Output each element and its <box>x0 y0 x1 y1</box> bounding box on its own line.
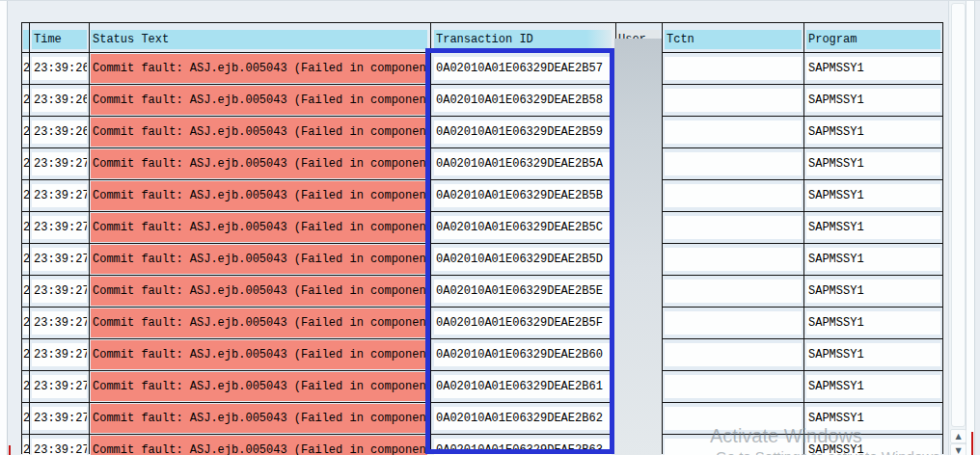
grid-vline <box>29 23 30 454</box>
time-cell[interactable]: 23:39:27 <box>32 375 87 398</box>
time-cell[interactable]: 23:39:27 <box>32 311 87 335</box>
table-body: 2 23:39:26 Commit fault: ASJ.ejb.005043 … <box>21 53 943 455</box>
table-row: 2 23:39:27 Commit fault: ASJ.ejb.005043 … <box>21 212 943 244</box>
table-row: 2 23:39:27 Commit fault: ASJ.ejb.005043 … <box>21 148 943 180</box>
red-edge-mark <box>971 432 973 455</box>
user-column-overlay <box>614 39 662 455</box>
time-cell[interactable]: 23:39:27 <box>32 248 87 271</box>
grid-vline <box>21 23 22 454</box>
tctn-cell[interactable] <box>665 375 802 398</box>
status-text-cell[interactable]: Commit fault: ASJ.ejb.005043 (Failed in … <box>91 436 427 455</box>
time-cell[interactable]: 23:39:27 <box>32 216 87 239</box>
program-cell[interactable]: SAPMSSY1 <box>806 248 940 271</box>
program-cell[interactable]: SAPMSSY1 <box>806 280 940 303</box>
status-text-cell[interactable]: Commit fault: ASJ.ejb.005043 (Failed in … <box>91 372 427 401</box>
program-cell[interactable]: SAPMSSY1 <box>806 89 940 112</box>
window-right-gutter <box>966 1 975 455</box>
program-cell[interactable]: SAPMSSY1 <box>806 57 940 80</box>
time-cell[interactable]: 23:39:26 <box>32 89 87 112</box>
transaction-id-cell[interactable]: 0A02010A01E06329DEAE2B5C <box>434 216 612 239</box>
transaction-id-cell[interactable]: 0A02010A01E06329DEAE2B60 <box>434 343 612 366</box>
scrollbar-thumb[interactable] <box>951 3 966 427</box>
program-cell[interactable]: SAPMSSY1 <box>806 375 940 398</box>
col-header-transaction-id[interactable]: Transaction ID <box>434 30 612 49</box>
col-header-tctn[interactable]: Tctn <box>665 30 802 49</box>
grid-vline <box>89 23 90 454</box>
program-cell[interactable]: SAPMSSY1 <box>806 216 940 239</box>
time-cell[interactable]: 23:39:27 <box>32 280 87 303</box>
table-row: 2 23:39:27 Commit fault: ASJ.ejb.005043 … <box>21 244 943 276</box>
col-header-time[interactable]: Time <box>32 30 87 49</box>
tctn-cell[interactable] <box>665 216 802 239</box>
tctn-cell[interactable] <box>665 120 802 144</box>
transaction-id-cell[interactable]: 0A02010A01E06329DEAE2B62 <box>434 407 612 430</box>
transaction-id-cell[interactable]: 0A02010A01E06329DEAE2B61 <box>434 375 612 398</box>
col-header-program[interactable]: Program <box>806 30 940 49</box>
transaction-id-cell[interactable]: 0A02010A01E06329DEAE2B5E <box>434 280 612 303</box>
program-cell[interactable]: SAPMSSY1 <box>806 120 940 144</box>
grid-vline <box>803 23 804 454</box>
program-cell[interactable]: SAPMSSY1 <box>806 343 940 366</box>
table-row: 2 23:39:27 Commit fault: ASJ.ejb.005043 … <box>21 276 943 308</box>
grid-vline <box>662 23 663 454</box>
table-row: 2 23:39:27 Commit fault: ASJ.ejb.005043 … <box>21 180 943 212</box>
status-text-cell[interactable]: Commit fault: ASJ.ejb.005043 (Failed in … <box>91 245 427 274</box>
program-cell[interactable]: SAPMSSY1 <box>806 311 940 335</box>
table-row: 2 23:39:26 Commit fault: ASJ.ejb.005043 … <box>21 85 943 117</box>
time-cell[interactable]: 23:39:27 <box>32 407 87 430</box>
transaction-id-cell[interactable]: 0A02010A01E06329DEAE2B58 <box>434 89 612 112</box>
status-text-cell[interactable]: Commit fault: ASJ.ejb.005043 (Failed in … <box>91 118 427 147</box>
status-text-cell[interactable]: Commit fault: ASJ.ejb.005043 (Failed in … <box>91 54 427 83</box>
table-row: 2 23:39:26 Commit fault: ASJ.ejb.005043 … <box>21 53 943 85</box>
status-text-cell[interactable]: Commit fault: ASJ.ejb.005043 (Failed in … <box>91 181 427 210</box>
tctn-cell[interactable] <box>665 311 802 335</box>
table-row: 2 23:39:27 Commit fault: ASJ.ejb.005043 … <box>21 371 943 403</box>
tctn-cell[interactable] <box>665 152 802 175</box>
time-cell[interactable]: 23:39:27 <box>32 152 87 175</box>
tctn-cell[interactable] <box>665 184 802 207</box>
tctn-cell[interactable] <box>665 343 802 366</box>
transaction-id-cell[interactable]: 0A02010A01E06329DEAE2B63 <box>434 439 612 455</box>
glare-overlay <box>586 23 615 52</box>
window-left-edge <box>0 1 8 455</box>
log-table: Time Status Text Transaction ID User Tct… <box>21 22 943 454</box>
status-text-cell[interactable]: Commit fault: ASJ.ejb.005043 (Failed in … <box>91 277 427 306</box>
transaction-id-cell[interactable]: 0A02010A01E06329DEAE2B59 <box>434 120 612 144</box>
time-cell[interactable]: 23:39:26 <box>32 120 87 144</box>
tctn-cell[interactable] <box>665 89 802 112</box>
transaction-id-cell[interactable]: 0A02010A01E06329DEAE2B5A <box>434 152 612 175</box>
transaction-id-cell[interactable]: 0A02010A01E06329DEAE2B5F <box>434 311 612 335</box>
table-row: 2 23:39:27 Commit fault: ASJ.ejb.005043 … <box>21 308 943 339</box>
time-cell[interactable]: 23:39:26 <box>32 57 87 80</box>
red-edge-mark <box>9 445 11 455</box>
program-cell[interactable]: SAPMSSY1 <box>806 152 940 175</box>
transaction-id-cell[interactable]: 0A02010A01E06329DEAE2B5B <box>434 184 612 207</box>
transaction-id-cell[interactable]: 0A02010A01E06329DEAE2B5D <box>434 248 612 271</box>
status-text-cell[interactable]: Commit fault: ASJ.ejb.005043 (Failed in … <box>91 149 427 178</box>
status-text-cell[interactable]: Commit fault: ASJ.ejb.005043 (Failed in … <box>91 404 427 433</box>
status-text-cell[interactable]: Commit fault: ASJ.ejb.005043 (Failed in … <box>91 308 427 337</box>
grid-vline <box>942 23 943 454</box>
time-cell[interactable]: 23:39:27 <box>32 343 87 366</box>
status-text-cell[interactable]: Commit fault: ASJ.ejb.005043 (Failed in … <box>91 213 427 242</box>
time-cell[interactable]: 23:39:27 <box>32 184 87 207</box>
scroll-down-icon[interactable]: ▼ <box>950 443 966 455</box>
tctn-cell[interactable] <box>665 57 802 80</box>
sap-log-grid-view: Time Status Text Transaction ID User Tct… <box>0 0 980 455</box>
time-cell[interactable]: 23:39:27 <box>32 439 87 455</box>
vertical-scrollbar[interactable]: ▲ ▼ <box>948 1 966 455</box>
table-row: 2 23:39:26 Commit fault: ASJ.ejb.005043 … <box>21 117 943 148</box>
table-header-row: Time Status Text Transaction ID User Tct… <box>21 23 943 53</box>
program-cell[interactable]: SAPMSSY1 <box>806 184 940 207</box>
grid-vline <box>430 23 431 454</box>
tctn-cell[interactable] <box>665 248 802 271</box>
tctn-cell[interactable] <box>665 280 802 303</box>
activate-windows-watermark-line2: Go to Settings to activate Windows <box>716 448 940 455</box>
status-text-cell[interactable]: Commit fault: ASJ.ejb.005043 (Failed in … <box>91 340 427 369</box>
col-header-status-text[interactable]: Status Text <box>91 30 427 49</box>
activate-windows-watermark: Activate Windows <box>710 425 862 447</box>
scroll-up-icon[interactable]: ▲ <box>950 429 966 443</box>
table-row: 2 23:39:27 Commit fault: ASJ.ejb.005043 … <box>21 339 943 371</box>
status-text-cell[interactable]: Commit fault: ASJ.ejb.005043 (Failed in … <box>91 86 427 115</box>
transaction-id-cell[interactable]: 0A02010A01E06329DEAE2B57 <box>434 57 612 80</box>
